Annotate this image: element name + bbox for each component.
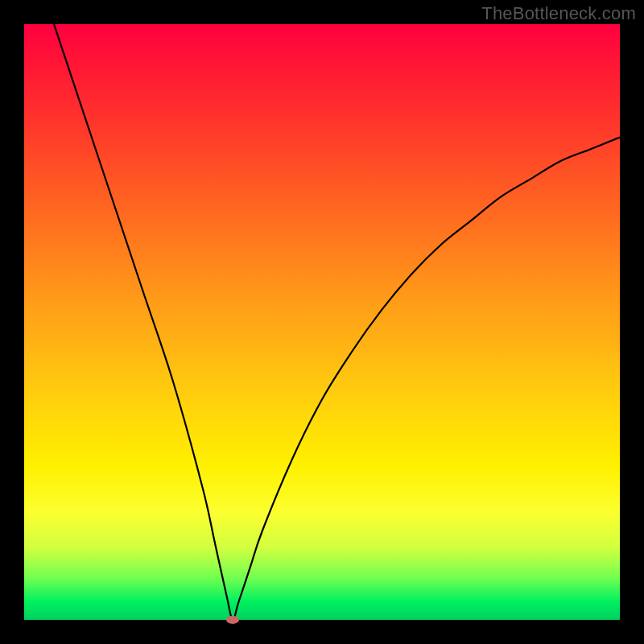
curve-svg <box>24 24 620 620</box>
watermark-text: TheBottleneck.com <box>481 3 636 24</box>
bottleneck-curve-path <box>54 24 620 620</box>
plot-area <box>24 24 620 620</box>
chart-frame: TheBottleneck.com <box>0 0 644 644</box>
min-marker <box>226 616 239 624</box>
